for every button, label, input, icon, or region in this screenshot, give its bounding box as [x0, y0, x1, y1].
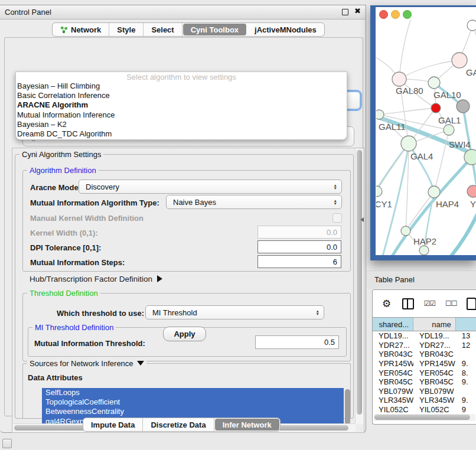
- tab-label: Infer Network: [223, 420, 272, 429]
- network-node-gal[interactable]: [452, 53, 467, 68]
- tab-network[interactable]: Network: [53, 23, 109, 36]
- attribute-item-selfloops[interactable]: SelfLoops: [42, 388, 344, 397]
- aracne-mode-value: Discovery: [86, 182, 119, 191]
- tab-infer-network[interactable]: Infer Network: [215, 419, 279, 431]
- table-body: YDL19...YDL19...13YDR27...YDR27...12YBR0…: [373, 331, 476, 414]
- table-row[interactable]: YIL052CYIL052C9: [373, 405, 476, 414]
- function-builder-icon[interactable]: [467, 298, 476, 310]
- network-edge: [399, 19, 412, 79]
- settings-vertical-scrollbar[interactable]: [355, 149, 363, 424]
- settings-scrollpane: Cyni Algorithm Settings Algorithm Defini…: [12, 148, 364, 433]
- tab-style[interactable]: Style: [109, 23, 144, 36]
- sources-group-title[interactable]: Sources for Network Inference: [27, 359, 146, 368]
- tab-select[interactable]: Select: [144, 23, 182, 36]
- column-header-shared[interactable]: shared...: [373, 318, 413, 331]
- tab-label: Discretize Data: [151, 420, 206, 429]
- network-node-gal10[interactable]: [428, 77, 440, 89]
- column-header-name[interactable]: name: [413, 318, 456, 331]
- dropdown-item-bayesian-hill-climbing[interactable]: Bayesian – Hill Climbing: [16, 81, 347, 91]
- tab-label: Network: [71, 25, 101, 34]
- combo-spinner-icon: ▲▼: [316, 309, 324, 316]
- network-node-gal1[interactable]: [444, 125, 454, 135]
- table-row[interactable]: YBR043CYBR043C: [373, 350, 476, 359]
- table-cell: YIL052C: [413, 405, 456, 414]
- column-layout-icon[interactable]: [402, 298, 413, 309]
- column-header-partial[interactable]: [456, 318, 476, 331]
- network-node-hap2[interactable]: [401, 226, 410, 236]
- mi-steps-field[interactable]: [257, 255, 341, 268]
- table-cell: YBR043C: [373, 350, 413, 358]
- node-label-gal: GAL: [466, 67, 476, 77]
- kernel-width-field[interactable]: [257, 226, 341, 239]
- combo-spinner-icon: ▲▼: [334, 184, 341, 190]
- close-traffic-light-icon[interactable]: [379, 10, 388, 19]
- scrollbar-thumb[interactable]: [357, 150, 362, 415]
- hub-tf-definition-expander[interactable]: Hub/Transcription Factor Definition: [30, 275, 162, 283]
- tab-impute-data[interactable]: Impute Data: [83, 418, 143, 431]
- hidden-panel-grip-icon[interactable]: [2, 439, 12, 448]
- dropdown-item-basic-correlation-inference[interactable]: Basic Correlation Inference: [16, 91, 347, 100]
- attributes-list-scrollbar[interactable]: [345, 389, 350, 425]
- network-node[interactable]: [467, 20, 476, 31]
- table-row[interactable]: YBR045CYBR045C9.: [373, 377, 476, 387]
- cyni-bottom-tabbar: Impute DataDiscretize DataInfer Network: [83, 418, 281, 432]
- attribute-item-topologicalcoefficient[interactable]: TopologicalCoefficient: [42, 397, 344, 407]
- network-node-y[interactable]: [467, 185, 476, 197]
- deselect-all-icon[interactable]: ☐☐: [445, 299, 457, 308]
- tab-jactivemnodules[interactable]: jActiveMNodules: [247, 23, 324, 36]
- table-row[interactable]: YDL19...YDL19...13: [373, 331, 476, 341]
- mi-threshold-label: Mutual Information Threshold:: [34, 339, 145, 348]
- attribute-item-betweennesscentrality[interactable]: BetweennessCentrality: [42, 407, 344, 416]
- manual-kernel-width-checkbox[interactable]: [332, 213, 342, 223]
- table-row[interactable]: YPR145WYPR145W9.: [373, 359, 476, 369]
- table-row[interactable]: YBL079WYBL079W: [373, 387, 476, 396]
- network-node[interactable]: [431, 103, 441, 113]
- minimize-traffic-light-icon[interactable]: [391, 10, 400, 19]
- dropdown-item-mutual-information-inference[interactable]: Mutual Information Inference: [16, 110, 347, 120]
- table-row[interactable]: YLR345WYLR345W9.: [373, 396, 476, 405]
- table-horizontal-scrollbar[interactable]: [374, 414, 475, 421]
- table-toolbar: ⚙ ☑☑ ☐☐: [373, 290, 476, 317]
- network-node-gcy1[interactable]: [376, 186, 382, 197]
- select-all-icon[interactable]: ☑☑: [424, 299, 436, 308]
- close-panel-icon[interactable]: ✖: [354, 6, 361, 15]
- network-node-gal11[interactable]: [376, 110, 384, 119]
- dropdown-item-dream8-dc-tdc-algorithm[interactable]: Dream8 DC_TDC Algorithm: [16, 129, 347, 139]
- dropdown-item-bayesian-k2[interactable]: Bayesian – K2: [16, 120, 347, 129]
- aracne-mode-combobox[interactable]: Discovery ▲▼: [79, 180, 342, 194]
- which-threshold-combobox[interactable]: MI Threshold ▲▼: [145, 305, 324, 319]
- mi-algorithm-type-combobox[interactable]: Naive Bayes ▲▼: [166, 195, 342, 209]
- control-panel-tabbar: NetworkStyleSelectCyni ToolboxjActiveMNo…: [52, 22, 325, 37]
- mi-threshold-field[interactable]: [255, 335, 339, 349]
- network-edge: [449, 213, 476, 255]
- tab-discretize-data[interactable]: Discretize Data: [143, 418, 214, 431]
- tab-label: Select: [151, 25, 174, 34]
- algorithm-dropdown-popup: Select algorithm to view settings Bayesi…: [15, 71, 347, 140]
- split-pane-collapse-arrow-icon[interactable]: [360, 217, 364, 222]
- tab-label: Impute Data: [91, 420, 135, 429]
- control-panel-titlebar[interactable]: Control Panel ✖: [0, 5, 366, 19]
- dropdown-item-aracne-algorithm[interactable]: ARACNE Algorithm: [16, 100, 347, 110]
- network-node[interactable]: [419, 246, 429, 255]
- table-row[interactable]: YDR27...YDR27...12: [373, 341, 476, 350]
- network-node-swi4[interactable]: [464, 149, 476, 165]
- kernel-width-label: Kernel Width (0,1):: [30, 229, 98, 237]
- tab-label: Style: [117, 25, 135, 34]
- apply-button[interactable]: Apply: [163, 327, 206, 341]
- table-row[interactable]: YER054CYER054C8.: [373, 368, 476, 377]
- network-node-gal80[interactable]: [392, 72, 406, 86]
- dropdown-item-list: Bayesian – Hill ClimbingBasic Correlatio…: [16, 81, 347, 139]
- zoom-traffic-light-icon[interactable]: [403, 10, 412, 19]
- network-node-hap4[interactable]: [428, 186, 440, 198]
- float-window-icon[interactable]: [342, 9, 348, 15]
- table-panel-title: Table Panel: [374, 275, 415, 284]
- network-node[interactable]: [457, 100, 470, 113]
- dpi-tolerance-field[interactable]: [257, 240, 341, 253]
- table-cell: YDR27...: [373, 341, 413, 350]
- network-node-gal4[interactable]: [401, 136, 416, 151]
- table-cell: YBR045C: [373, 377, 413, 386]
- scrollbar-thumb[interactable]: [374, 415, 470, 420]
- network-graph-canvas[interactable]: GALGAL80GAL10GAL11GAL1SWI4GAL4GCY1HAP4YH…: [376, 19, 476, 255]
- settings-gear-icon[interactable]: ⚙: [382, 298, 391, 310]
- tab-cyni-toolbox[interactable]: Cyni Toolbox: [183, 24, 246, 35]
